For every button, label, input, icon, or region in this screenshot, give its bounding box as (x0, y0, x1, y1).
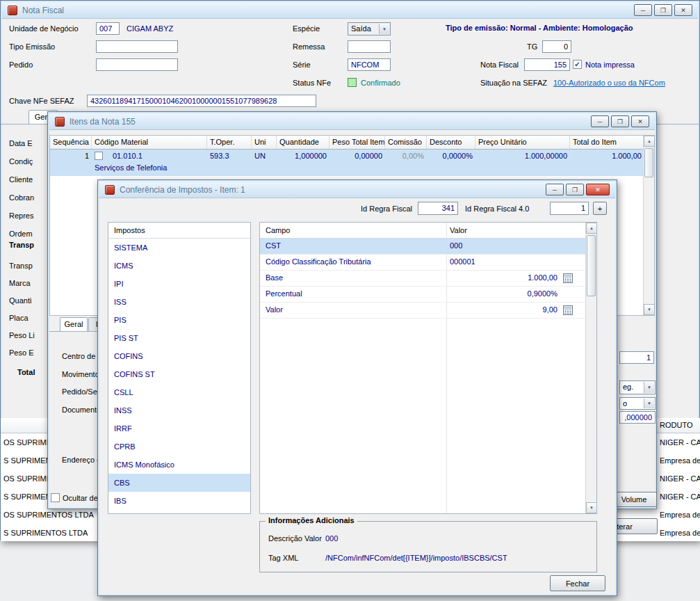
campos-scrollbar[interactable]: ▲ ▼ (585, 223, 596, 513)
scroll-down-icon[interactable]: ▼ (644, 304, 655, 315)
column-header[interactable]: Peso Total Item (329, 136, 385, 149)
close-icon[interactable]: ✕ (674, 4, 692, 16)
add-regra-button[interactable]: + (593, 202, 607, 215)
imposto-list-item[interactable]: CSLL (108, 383, 250, 401)
remessa-field[interactable] (348, 40, 391, 53)
scroll-up-icon[interactable]: ▲ (586, 223, 597, 234)
maximize-icon[interactable]: ❐ (611, 115, 629, 127)
column-header[interactable]: Sequência (50, 136, 92, 149)
scrollbar-thumb[interactable] (644, 148, 653, 177)
nota-fiscal-titlebar[interactable]: Nota Fiscal ─ ❐ ✕ (2, 2, 698, 19)
imposto-list-item[interactable]: CBS (108, 474, 250, 492)
maximize-icon[interactable]: ❐ (654, 4, 672, 16)
imposto-list-item[interactable]: IPI (108, 275, 250, 293)
calculator-icon[interactable] (563, 273, 573, 283)
tg-field[interactable]: 0 (542, 40, 571, 53)
close-icon[interactable]: ✕ (586, 184, 610, 195)
detail-combo-fragment[interactable]: eg.▼ (619, 380, 656, 394)
minimize-icon[interactable]: ─ (591, 115, 609, 127)
item-descricao: Serviços de Telefonia (95, 163, 167, 172)
imposto-list-item[interactable]: PIS ST (108, 329, 250, 347)
id-regra-fiscal-field[interactable]: 341 (418, 202, 458, 215)
app-icon (105, 185, 115, 195)
ocultar-checkbox[interactable] (51, 493, 60, 502)
scrollbar-thumb[interactable] (587, 235, 596, 296)
imposto-list-item[interactable]: ICMS Monofásico (108, 456, 250, 474)
nota-fiscal-number-field[interactable]: 155 (524, 58, 570, 71)
column-header[interactable]: T.Oper. (207, 136, 252, 149)
column-header[interactable]: Código Material (92, 136, 207, 149)
pedido-field[interactable] (96, 58, 178, 71)
imposto-list-item[interactable]: SISTEMA (108, 239, 250, 257)
column-header[interactable]: Comissão (385, 136, 427, 149)
close-icon[interactable]: ✕ (631, 115, 649, 127)
valor-cell: 0,9000% (450, 289, 557, 298)
imposto-list-item[interactable]: ISS (108, 293, 250, 311)
especie-select[interactable]: Saída▼ (348, 22, 391, 35)
calculator-icon[interactable] (563, 305, 573, 315)
campo-valor-row[interactable]: CST 000 (260, 239, 585, 255)
scroll-up-icon[interactable]: ▲ (644, 136, 655, 147)
nota-impressa-checkbox[interactable]: ✔ (573, 60, 582, 69)
imposto-list-item[interactable]: PIS (108, 311, 250, 329)
minimize-icon[interactable]: ─ (546, 184, 564, 195)
movimento-label: Movimento (62, 370, 99, 378)
grid-row-cell[interactable]: NIGER - CA (660, 488, 700, 506)
serie-field[interactable]: NFCOM (348, 58, 391, 71)
chevron-down-icon[interactable]: ▼ (644, 382, 654, 393)
grid-row-cell[interactable]: Empresa de C (660, 506, 700, 524)
unidade-negocio-code-field[interactable]: 007 (96, 22, 120, 35)
campo-valor-row[interactable]: Percentual 0,9000% (260, 287, 585, 303)
column-header[interactable]: Quantidade (277, 136, 329, 149)
pedido-seq-label: Pedido/Seq (62, 387, 101, 396)
form-label-fragment: Quanti (9, 292, 35, 310)
minimize-icon[interactable]: ─ (634, 4, 652, 16)
itens-titlebar[interactable]: Itens da Nota 155 ─ ❐ ✕ (49, 113, 655, 130)
chevron-down-icon[interactable]: ▼ (379, 24, 389, 34)
itens-grid-scrollbar[interactable]: ▲ ▼ (643, 136, 654, 315)
imposto-list-item[interactable]: COFINS (108, 347, 250, 365)
grid-row-cell[interactable]: NIGER - CA (660, 470, 700, 488)
chevron-down-icon[interactable]: ▼ (644, 399, 654, 408)
item-row[interactable]: 1 01.010.1 593.3 UN 1,000000 0,00000 0,0… (50, 150, 644, 176)
campo-cell: Base (266, 273, 283, 282)
situacao-sefaz-link[interactable]: 100-Autorizado o uso da NFCom (553, 79, 665, 87)
campo-valor-row[interactable]: Base 1.000,00 (260, 271, 585, 287)
tipo-emissao-field[interactable] (96, 40, 178, 53)
column-header[interactable]: Desconto (427, 136, 475, 149)
form-label-fragment: Peso Li (9, 327, 35, 344)
imposto-list-item[interactable]: INSS (108, 401, 250, 419)
maximize-icon[interactable]: ❐ (566, 184, 584, 195)
tg-label: TG (527, 42, 537, 51)
transporte-labels-column: TranspMarcaQuantiPlacaPeso LiPeso E (9, 257, 35, 362)
campo-cell: CST (266, 241, 281, 250)
detail-combo-fragment[interactable]: o▼ (619, 397, 656, 410)
column-header[interactable]: Total do Item (570, 136, 644, 149)
id-regra-fiscal-40-field[interactable]: 1 (550, 202, 589, 215)
imposto-list-item[interactable]: COFINS ST (108, 365, 250, 383)
grid-row-cell[interactable]: NIGER - CA (660, 433, 700, 451)
grid-row-cell[interactable]: Empresa de C (660, 451, 700, 470)
imposto-list-item[interactable]: IRRF (108, 419, 250, 438)
scroll-down-icon[interactable]: ▼ (586, 502, 597, 513)
remessa-label: Remessa (293, 42, 325, 51)
campo-valor-row[interactable]: Código Classificação Tributária 000001 (260, 255, 585, 271)
conferencia-titlebar[interactable]: Conferência de Impostos - Item: 1 ─ ❐ ✕ (99, 182, 615, 198)
imposto-list-item[interactable]: ICMS (108, 257, 250, 275)
detail-field-fragment[interactable]: 1 (619, 351, 654, 364)
campo-valor-row[interactable]: Valor 9,00 (260, 303, 585, 319)
imposto-list-item[interactable]: CPRB (108, 438, 250, 456)
column-header[interactable]: Preço Unitário (475, 136, 570, 149)
campo-column-header[interactable]: Campo (266, 226, 290, 234)
item-checkbox[interactable] (95, 152, 103, 160)
fechar-button[interactable]: Fechar (550, 575, 605, 591)
column-header[interactable]: Uni (252, 136, 277, 149)
chave-nfe-field[interactable]: 4326011894171500010462001000000155107798… (87, 95, 316, 107)
valor-column-header[interactable]: Valor (450, 226, 467, 234)
left-labels-column: Data ECondiçClienteCobranRepresOrdem (9, 134, 34, 243)
imposto-list-item[interactable]: IBS (108, 492, 250, 510)
detail-field-fragment[interactable]: ,000000 (619, 411, 656, 424)
grid-row-cell[interactable]: Empresa de C (660, 524, 700, 542)
tab-geral-detail[interactable]: Geral (60, 317, 88, 332)
volume-button[interactable]: Volume (611, 492, 657, 507)
